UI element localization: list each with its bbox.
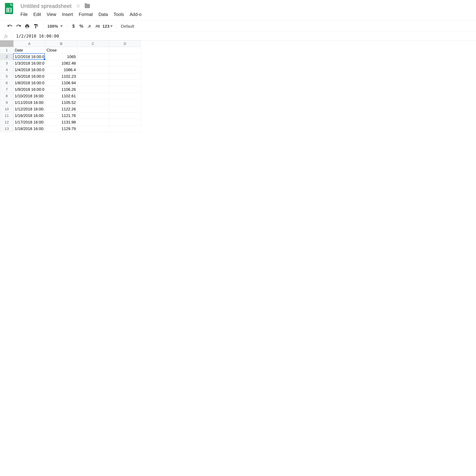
decrease-decimal-button[interactable]: .0 ← xyxy=(86,24,92,28)
cell-D3[interactable] xyxy=(109,60,141,67)
menu-insert[interactable]: Insert xyxy=(62,12,73,17)
zoom-dropdown[interactable]: 100% xyxy=(47,24,64,29)
move-folder-icon[interactable] xyxy=(85,4,90,8)
row-header-5[interactable]: 5 xyxy=(0,73,14,80)
formula-input[interactable] xyxy=(12,32,476,40)
star-icon[interactable] xyxy=(76,4,80,8)
cell-A5[interactable]: 1/5/2018 16:00:0 xyxy=(14,73,45,80)
cell-C11[interactable] xyxy=(77,112,109,119)
row-header-11[interactable]: 11 xyxy=(0,112,14,119)
cell-D13[interactable] xyxy=(109,125,141,132)
cell-C4[interactable] xyxy=(77,67,109,73)
cell-B8[interactable]: 1102.61 xyxy=(45,93,77,99)
arrow-left-icon: ← xyxy=(87,26,90,29)
cell-D9[interactable] xyxy=(109,99,141,106)
row-header-10[interactable]: 10 xyxy=(0,106,14,112)
cell-B7[interactable]: 1106.26 xyxy=(45,86,77,93)
cell-A4[interactable]: 1/4/2018 16:00:0 xyxy=(14,67,45,73)
increase-decimal-button[interactable]: .00 → xyxy=(93,24,101,28)
menu-view[interactable]: View xyxy=(47,12,56,17)
column-header-B[interactable]: B xyxy=(45,40,77,47)
column-header-C[interactable]: C xyxy=(77,40,109,47)
cell-C7[interactable] xyxy=(77,86,109,93)
format-percent-button[interactable]: % xyxy=(78,24,85,29)
cell-D6[interactable] xyxy=(109,80,141,86)
row-header-6[interactable]: 6 xyxy=(0,80,14,86)
row-header-3[interactable]: 3 xyxy=(0,60,14,67)
cell-A10[interactable]: 1/12/2018 16:00: xyxy=(14,106,45,112)
cell-B4[interactable]: 1086.4 xyxy=(45,67,77,73)
spreadsheet-grid: A B C D 1DateClose21/2/2018 16:00:010653… xyxy=(0,40,476,132)
menu-addons[interactable]: Add-o xyxy=(130,12,141,17)
cell-D1[interactable] xyxy=(109,47,141,53)
format-currency-button[interactable]: $ xyxy=(70,24,76,29)
row-header-7[interactable]: 7 xyxy=(0,86,14,93)
cell-C8[interactable] xyxy=(77,93,109,99)
cell-B6[interactable]: 1106.94 xyxy=(45,80,77,86)
cell-B9[interactable]: 1105.52 xyxy=(45,99,77,106)
menu-tools[interactable]: Tools xyxy=(114,12,124,17)
row-header-12[interactable]: 12 xyxy=(0,119,14,125)
cell-D2[interactable] xyxy=(109,53,141,60)
cell-C6[interactable] xyxy=(77,80,109,86)
column-header-D[interactable]: D xyxy=(109,40,141,47)
cell-D11[interactable] xyxy=(109,112,141,119)
column-header-A[interactable]: A xyxy=(14,40,45,47)
row-header-2[interactable]: 2 xyxy=(0,53,14,60)
cell-B10[interactable]: 1122.26 xyxy=(45,106,77,112)
cell-B11[interactable]: 1121.76 xyxy=(45,112,77,119)
toolbar: 100% $ % .0 ← .00 → 123 Default xyxy=(0,21,476,32)
cell-B3[interactable]: 1082.48 xyxy=(45,60,77,67)
row-header-4[interactable]: 4 xyxy=(0,67,14,73)
arrow-right-icon: → xyxy=(98,26,101,29)
cell-D10[interactable] xyxy=(109,106,141,112)
row-header-1[interactable]: 1 xyxy=(0,47,14,53)
undo-button[interactable] xyxy=(6,22,14,30)
cell-D4[interactable] xyxy=(109,67,141,73)
cell-A2[interactable]: 1/2/2018 16:00:0 xyxy=(14,53,45,60)
cell-A13[interactable]: 1/18/2018 16:00: xyxy=(14,125,45,132)
cell-C5[interactable] xyxy=(77,73,109,80)
caret-down-icon xyxy=(60,25,63,27)
cell-A6[interactable]: 1/8/2018 16:00:0 xyxy=(14,80,45,86)
row-header-13[interactable]: 13 xyxy=(0,125,14,132)
sheets-logo-icon xyxy=(5,3,13,14)
cell-A8[interactable]: 1/10/2018 16:00: xyxy=(14,93,45,99)
redo-button[interactable] xyxy=(15,22,22,30)
cell-D12[interactable] xyxy=(109,119,141,125)
cell-A3[interactable]: 1/3/2018 16:00:0 xyxy=(14,60,45,67)
cell-A11[interactable]: 1/16/2018 16:00: xyxy=(14,112,45,119)
cell-B5[interactable]: 1102.23 xyxy=(45,73,77,80)
row-header-9[interactable]: 9 xyxy=(0,99,14,106)
cell-A9[interactable]: 1/11/2018 16:00: xyxy=(14,99,45,106)
cell-B12[interactable]: 1131.98 xyxy=(45,119,77,125)
cell-B2[interactable]: 1065 xyxy=(45,53,77,60)
cell-B13[interactable]: 1129.79 xyxy=(45,125,77,132)
row-header-8[interactable]: 8 xyxy=(0,93,14,99)
cell-C9[interactable] xyxy=(77,99,109,106)
menu-format[interactable]: Format xyxy=(79,12,93,17)
cell-D5[interactable] xyxy=(109,73,141,80)
font-family-dropdown[interactable]: Default xyxy=(120,24,136,29)
cell-D8[interactable] xyxy=(109,93,141,99)
cell-A7[interactable]: 1/9/2018 16:00:0 xyxy=(14,86,45,93)
print-button[interactable] xyxy=(23,22,31,30)
cell-C1[interactable] xyxy=(77,47,109,53)
cell-A12[interactable]: 1/17/2018 16:00: xyxy=(14,119,45,125)
cell-D7[interactable] xyxy=(109,86,141,93)
caret-down-icon xyxy=(110,25,113,27)
menu-edit[interactable]: Edit xyxy=(33,12,41,17)
more-formats-dropdown[interactable]: 123 xyxy=(102,24,113,29)
paint-format-button[interactable] xyxy=(32,22,39,30)
cell-C2[interactable] xyxy=(77,53,109,60)
menu-data[interactable]: Data xyxy=(99,12,108,17)
cell-C12[interactable] xyxy=(77,119,109,125)
separator xyxy=(116,23,116,29)
cell-C3[interactable] xyxy=(77,60,109,67)
menu-file[interactable]: File xyxy=(20,12,28,17)
cell-C13[interactable] xyxy=(77,125,109,132)
document-title[interactable]: Untitled spreadsheet xyxy=(20,3,72,9)
cell-B1[interactable]: Close xyxy=(45,47,77,53)
cell-C10[interactable] xyxy=(77,106,109,112)
cell-A1[interactable]: Date xyxy=(14,47,45,53)
